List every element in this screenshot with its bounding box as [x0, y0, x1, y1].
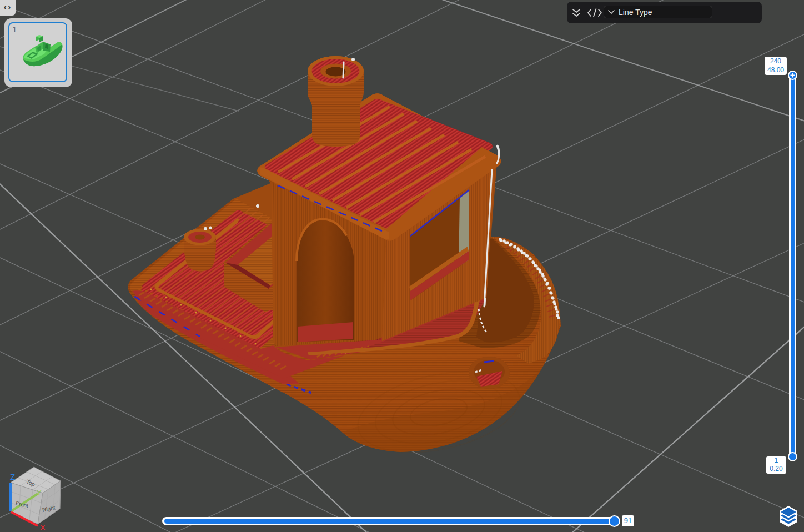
svg-text:Z: Z: [10, 472, 15, 481]
svg-text:Y: Y: [37, 489, 42, 497]
svg-text:X: X: [40, 523, 46, 532]
